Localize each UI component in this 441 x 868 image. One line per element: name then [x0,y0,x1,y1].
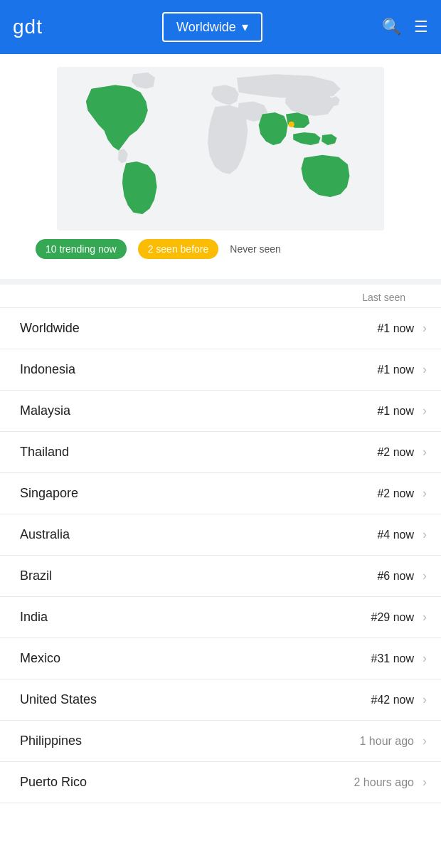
country-name: Brazil [20,568,52,583]
section-divider [0,279,441,285]
region-dropdown[interactable]: Worldwide ▾ [162,12,262,42]
chevron-right-icon: › [423,568,427,583]
rank-label: #6 now [377,570,414,583]
never-badge: Never seen [230,243,281,255]
chevron-right-icon: › [423,734,427,748]
country-name: Australia [20,527,70,542]
header-icons: 🔍 ☰ [382,18,428,36]
country-name: Mexico [20,651,60,666]
chevron-right-icon: › [423,362,427,377]
row-right: #1 now› [377,321,427,336]
table-header: Last seen [0,285,441,308]
row-right: 1 hour ago› [359,734,427,748]
country-name: United States [20,692,97,707]
legend-never: Never seen [230,243,281,255]
row-right: #42 now› [371,692,427,707]
last-seen-column-header: Last seen [362,292,405,303]
seen-badge: 2 seen before [138,239,219,259]
country-name: Thailand [20,445,69,460]
legend-seen: 2 seen before [138,239,219,259]
world-map [50,67,391,231]
chevron-right-icon: › [423,775,427,790]
search-icon[interactable]: 🔍 [382,18,401,36]
rank-label: #1 now [377,364,414,376]
list-item[interactable]: Philippines1 hour ago› [0,721,441,762]
country-name: Singapore [20,486,78,501]
list-item[interactable]: Indonesia#1 now› [0,349,441,391]
dropdown-label: Worldwide [176,20,236,35]
svg-point-1 [289,122,294,127]
chevron-right-icon: › [423,527,427,542]
chevron-right-icon: › [423,486,427,501]
rank-label: #2 now [377,487,414,500]
menu-icon[interactable]: ☰ [414,18,428,36]
rank-label: #4 now [377,529,414,541]
rank-label: #2 now [377,446,414,459]
list-item[interactable]: Australia#4 now› [0,514,441,556]
trending-badge: 10 trending now [36,239,127,259]
map-section: 10 trending now 2 seen before Never seen [0,54,441,272]
chevron-right-icon: › [423,445,427,460]
map-svg [50,67,391,231]
list-item[interactable]: Brazil#6 now› [0,556,441,597]
list-item[interactable]: United States#42 now› [0,679,441,721]
row-right: #31 now› [371,651,427,666]
country-name: India [20,610,48,625]
list-item[interactable]: Malaysia#1 now› [0,391,441,432]
country-list: Worldwide#1 now›Indonesia#1 now›Malaysia… [0,308,441,803]
country-name: Puerto Rico [20,775,87,790]
rank-label: #1 now [377,405,414,418]
chevron-right-icon: › [423,610,427,625]
list-item[interactable]: India#29 now› [0,597,441,638]
dropdown-arrow-icon: ▾ [242,19,248,35]
app-header: gdt Worldwide ▾ 🔍 ☰ [0,0,441,54]
row-right: #29 now› [371,610,427,625]
country-name: Indonesia [20,362,75,377]
row-right: #1 now› [377,362,427,377]
chevron-right-icon: › [423,651,427,666]
chevron-right-icon: › [423,692,427,707]
row-right: #6 now› [377,568,427,583]
app-logo: gdt [13,16,43,38]
list-item[interactable]: Mexico#31 now› [0,638,441,679]
chevron-right-icon: › [423,321,427,336]
country-name: Worldwide [20,321,80,336]
list-item[interactable]: Thailand#2 now› [0,432,441,473]
chevron-right-icon: › [423,403,427,418]
list-item[interactable]: Worldwide#1 now› [0,308,441,349]
row-right: #1 now› [377,403,427,418]
rank-label: #1 now [377,322,414,335]
row-right: 2 hours ago› [354,775,427,790]
legend-trending: 10 trending now [36,239,127,259]
rank-label: 1 hour ago [359,735,414,748]
row-right: #2 now› [377,486,427,501]
row-right: #4 now› [377,527,427,542]
rank-label: #29 now [371,611,415,624]
row-right: #2 now› [377,445,427,460]
list-item[interactable]: Puerto Rico2 hours ago› [0,762,441,803]
country-name: Philippines [20,734,82,748]
rank-label: #42 now [371,694,415,706]
map-legend: 10 trending now 2 seen before Never seen [14,239,281,259]
rank-label: 2 hours ago [354,776,414,789]
list-item[interactable]: Singapore#2 now› [0,473,441,514]
country-name: Malaysia [20,403,70,418]
rank-label: #31 now [371,652,415,665]
